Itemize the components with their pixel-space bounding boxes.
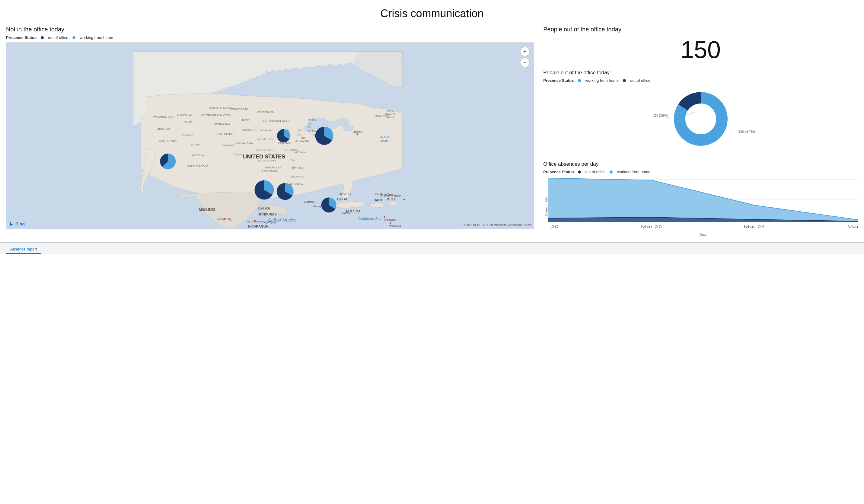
svg-text:KENTUCKY: KENTUCKY [257, 137, 274, 141]
x-axis-label: Date [548, 233, 858, 236]
map-container: Gulf of Mexico Caribbean Sea Gulf of Mai… [6, 42, 534, 229]
svg-text:NC: NC [291, 158, 295, 161]
left-panel: Not in the office today Presence Status … [6, 26, 534, 236]
svg-text:OKLAHOMA: OKLAHOMA [236, 142, 253, 145]
svg-text:Ottawa: Ottawa [352, 130, 362, 133]
svg-text:VT: VT [308, 123, 311, 126]
svg-marker-108 [548, 178, 858, 222]
svg-text:BELIZE: BELIZE [258, 206, 270, 210]
left-section-title: Not in the office today [6, 26, 534, 33]
svg-text:PA: PA [297, 133, 301, 136]
svg-text:ARIZONA: ARIZONA [191, 154, 205, 157]
zoom-in-button[interactable]: + [520, 47, 530, 57]
svg-text:MASS.: MASS. [308, 130, 316, 132]
svg-text:KANSAS: KANSAS [222, 144, 234, 147]
svg-text:MAINE: MAINE [308, 118, 316, 121]
svg-point-93 [389, 194, 391, 195]
svg-text:FLORIDA: FLORIDA [339, 193, 351, 196]
svg-text:VIRGINIA: VIRGINIA [294, 151, 306, 154]
svg-text:SOUTH DAKOTA: SOUTH DAKOTA [207, 113, 231, 117]
svg-point-96 [389, 223, 391, 224]
svg-text:TENNESSEE: TENNESSEE [256, 148, 275, 152]
donut-legend-dot-ooo [623, 79, 626, 82]
line-chart-wrapper: Count of Title [543, 177, 858, 236]
legend-dot-ooo [41, 36, 44, 39]
svg-text:NEBRASKA: NEBRASKA [214, 122, 230, 126]
map-credits: A2020 HERE, © 2020 Microsoft Corporation… [464, 223, 532, 227]
svg-text:(U.S.): (U.S.) [387, 197, 395, 201]
line-legend-dot-ooo [578, 170, 581, 173]
svg-text:NICARAGUA: NICARAGUA [248, 225, 268, 228]
svg-text:INDIANA: INDIANA [260, 129, 272, 132]
svg-point-92 [269, 221, 271, 223]
svg-text:HONDURAS: HONDURAS [258, 213, 277, 216]
svg-point-95 [384, 216, 385, 218]
svg-text:MEXICO: MEXICO [199, 207, 215, 212]
donut-section: People out of the office today Presence … [543, 70, 858, 152]
zoom-out-button[interactable]: − [520, 58, 530, 67]
svg-text:Caribbean Sea: Caribbean Sea [357, 217, 382, 221]
svg-text:N.Y.: N.Y. [298, 129, 303, 132]
svg-text:IDAHO: IDAHO [183, 120, 192, 124]
donut-wrapper: 24 (16%) 126 (84%) [543, 86, 858, 152]
svg-marker-99 [10, 222, 13, 226]
y-axis-label: Count of Title [543, 177, 548, 236]
svg-point-4 [336, 119, 349, 126]
svg-text:NEVADA: NEVADA [181, 133, 194, 136]
big-number: 150 [543, 36, 858, 64]
svg-text:MICHIGAN: MICHIGAN [275, 120, 290, 123]
svg-text:FLORIDA: FLORIDA [290, 183, 303, 186]
svg-text:Mar 20: Mar 20 [548, 225, 559, 228]
svg-text:Mar 22: Mar 22 [641, 225, 662, 228]
svg-text:Willemstad: Willemstad [389, 225, 401, 227]
line-legend: Presence Status out of office working fr… [543, 170, 858, 174]
svg-text:ISLAND: ISLAND [385, 116, 394, 118]
svg-text:Cockburn Town: Cockburn Town [375, 193, 394, 196]
svg-text:NEW MEXICO: NEW MEXICO [188, 164, 208, 167]
line-legend-label-ooo: out of office [585, 170, 605, 174]
line-legend-label-wfh: working from home [617, 170, 650, 174]
svg-text:EDWARD: EDWARD [384, 112, 395, 115]
donut-section-title: People out of the office today [543, 70, 858, 76]
svg-point-102 [685, 104, 716, 134]
bing-logo: Bing [9, 221, 25, 227]
svg-text:Mar 24: Mar 24 [744, 225, 765, 228]
svg-text:HAITI: HAITI [374, 198, 382, 202]
svg-text:COLORADO: COLORADO [216, 132, 233, 135]
bing-label: Bing [15, 221, 25, 226]
svg-text:WISCONSIN: WISCONSIN [257, 110, 274, 114]
donut-legend-dot-wfh [578, 79, 581, 82]
donut-chart-svg [668, 86, 734, 152]
line-legend-dot-wfh [610, 170, 613, 173]
left-legend-title: Presence Status [6, 35, 37, 40]
svg-point-91 [254, 220, 255, 222]
donut-label-wfh: 126 (84%) [738, 130, 755, 134]
svg-point-77 [357, 133, 358, 135]
donut-legend-label-wfh: working from home [585, 78, 619, 83]
donut-legend-label-ooo: out of office [630, 78, 650, 83]
line-legend-title: Presence Status [543, 170, 574, 174]
legend-label-ooo: out of office [48, 35, 68, 40]
map-svg: Gulf of Mexico Caribbean Sea Gulf of Mai… [6, 43, 534, 229]
svg-point-90 [346, 212, 348, 213]
svg-text:Oraniestad: Oraniestad [384, 218, 396, 221]
svg-text:ARKANSAS: ARKANSAS [265, 166, 281, 169]
map-zoom-controls: + − [520, 47, 530, 67]
svg-text:OREGON: OREGON [157, 127, 170, 130]
svg-text:TEXAS: TEXAS [233, 153, 243, 156]
svg-text:Maine: Maine [380, 139, 389, 142]
legend-label-wfh: working from home [80, 35, 113, 40]
svg-point-94 [403, 199, 405, 200]
svg-text:MD.: MD. [301, 136, 306, 140]
donut-label-ooo: 24 (16%) [654, 113, 669, 118]
svg-text:ALABAMA: ALABAMA [291, 167, 304, 170]
svg-text:ILLINOIS: ILLINOIS [263, 120, 275, 123]
svg-text:UNITED STATES: UNITED STATES [243, 154, 285, 160]
svg-text:GEORGIA: GEORGIA [290, 175, 304, 178]
svg-text:N.H.: N.H. [307, 126, 312, 129]
svg-text:LOUISIANA: LOUISIANA [262, 169, 278, 172]
svg-text:UTAH: UTAH [191, 143, 199, 146]
tab-bar: Absence report [0, 242, 864, 254]
tab-absence-report[interactable]: Absence report [6, 245, 41, 254]
right-panel: People out of the office today 150 Peopl… [540, 26, 858, 236]
